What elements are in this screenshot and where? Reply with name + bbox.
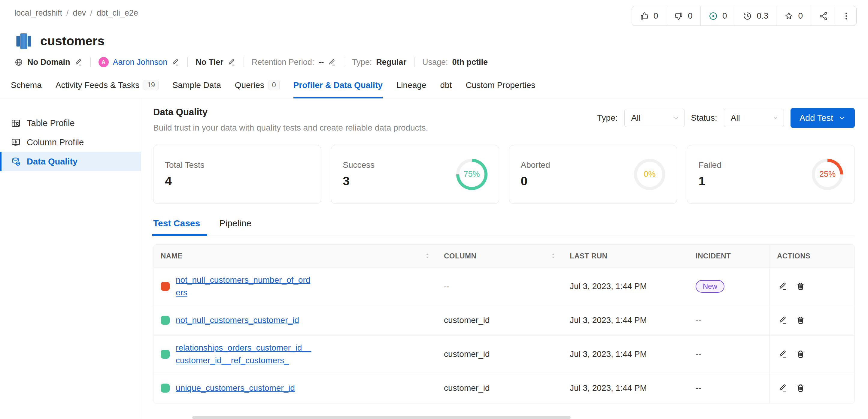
- delete-test-button[interactable]: [796, 383, 805, 393]
- sort-name-button[interactable]: [425, 253, 430, 259]
- queries-count-badge: 0: [269, 80, 280, 90]
- activity-count-badge: 19: [144, 80, 159, 90]
- edit-test-button[interactable]: [778, 349, 787, 359]
- kebab-menu-icon: [842, 11, 851, 21]
- test-case-link[interactable]: not_null_customers_customer_id: [176, 314, 299, 327]
- add-test-button[interactable]: Add Test: [790, 108, 855, 128]
- test-last-run: Jul 3, 2023, 1:44 PM: [562, 268, 688, 305]
- test-last-run: Jul 3, 2023, 1:44 PM: [562, 335, 688, 373]
- tab-custom-properties[interactable]: Custom Properties: [466, 76, 535, 98]
- success-donut-chart: 75%: [456, 159, 488, 190]
- edit-test-button[interactable]: [778, 282, 787, 291]
- donut-percent: 75%: [463, 169, 479, 179]
- edit-test-button[interactable]: [778, 383, 787, 393]
- breadcrumb-service[interactable]: local_redshift: [14, 8, 62, 18]
- downvote-count: 0: [688, 11, 692, 21]
- edit-domain-button[interactable]: [74, 58, 83, 66]
- type-group: Type: Regular: [352, 58, 406, 67]
- card-value: 4: [165, 174, 205, 188]
- edit-retention-button[interactable]: [328, 58, 336, 66]
- incident-status-badge[interactable]: New: [695, 280, 724, 293]
- tab-queries[interactable]: Queries 0: [235, 76, 280, 98]
- delete-test-button[interactable]: [796, 349, 805, 359]
- globe-icon: [14, 58, 23, 67]
- card-value: 1: [699, 174, 721, 188]
- star-button[interactable]: 0: [776, 6, 811, 26]
- tab-sample-data[interactable]: Sample Data: [173, 76, 221, 98]
- horizontal-scrollbar[interactable]: [192, 416, 571, 419]
- type-filter-select[interactable]: All: [624, 109, 684, 127]
- entity-header: local_redshift / dev / dbt_cli_e2e 0 0 0: [0, 0, 868, 67]
- sort-column-button[interactable]: [551, 253, 555, 259]
- page-title: customers: [40, 34, 104, 48]
- owner-group: A Aaron Johnson: [98, 57, 180, 67]
- usage-group: Usage: 0th pctile: [422, 58, 488, 67]
- sidebar-item-column-profile[interactable]: Column Profile: [0, 133, 141, 152]
- version-history-button[interactable]: 0.3: [735, 6, 776, 26]
- entity-tabs: Schema Activity Feeds & Tasks 19 Sample …: [0, 76, 868, 98]
- test-status-indicator: [161, 282, 170, 291]
- sidebar-item-data-quality[interactable]: Data Quality: [0, 152, 141, 171]
- domain-value: No Domain: [27, 58, 70, 67]
- owner-avatar[interactable]: A: [98, 57, 109, 67]
- owner-link[interactable]: Aaron Johnson: [113, 58, 167, 67]
- divider: [90, 57, 91, 67]
- divider: [244, 57, 244, 67]
- test-status-indicator: [161, 350, 170, 359]
- task-circle-icon: [709, 11, 718, 21]
- breadcrumb-database[interactable]: dev: [73, 8, 86, 18]
- tab-profiler-data-quality[interactable]: Profiler & Data Quality: [293, 76, 383, 98]
- test-column-value: customer_id: [437, 305, 562, 335]
- tab-dbt[interactable]: dbt: [440, 76, 452, 98]
- type-label: Type:: [352, 58, 372, 67]
- donut-percent: 25%: [819, 169, 836, 179]
- edit-test-button[interactable]: [778, 316, 787, 325]
- donut-percent: 0%: [644, 169, 655, 179]
- downvote-button[interactable]: 0: [666, 6, 701, 26]
- entity-meta-row: No Domain A Aaron Johnson No Tier Retent…: [14, 57, 857, 67]
- tab-test-cases[interactable]: Test Cases: [153, 218, 200, 236]
- breadcrumb-separator: /: [90, 8, 93, 18]
- domain-group: No Domain: [14, 58, 83, 67]
- breadcrumb-schema[interactable]: dbt_cli_e2e: [97, 8, 138, 18]
- upvote-button[interactable]: 0: [632, 6, 666, 26]
- test-case-link[interactable]: relationships_orders_customer_id__custom…: [176, 342, 314, 367]
- edit-tier-button[interactable]: [228, 58, 236, 66]
- test-case-link[interactable]: unique_customers_customer_id: [176, 382, 295, 394]
- more-options-button[interactable]: [836, 6, 856, 26]
- card-label: Success: [343, 160, 375, 170]
- usage-value: 0th pctile: [452, 58, 488, 67]
- test-last-run: Jul 3, 2023, 1:44 PM: [562, 373, 688, 403]
- upvote-count: 0: [654, 11, 658, 21]
- redshift-icon: [14, 32, 33, 51]
- star-icon: [784, 11, 794, 21]
- tab-schema[interactable]: Schema: [11, 76, 42, 98]
- failed-card: Failed 1 25%: [687, 145, 855, 204]
- status-filter-select[interactable]: All: [724, 109, 784, 127]
- delete-test-button[interactable]: [796, 316, 805, 325]
- column-header-column: COLUMN: [437, 245, 562, 267]
- tasks-button[interactable]: 0: [701, 6, 735, 26]
- type-filter-label: Type:: [597, 113, 618, 123]
- test-case-link[interactable]: not_null_customers_number_of_orders: [176, 274, 314, 299]
- test-last-run: Jul 3, 2023, 1:44 PM: [562, 305, 688, 335]
- table-row: unique_customers_customer_id customer_id…: [153, 373, 855, 403]
- edit-owner-button[interactable]: [172, 58, 180, 66]
- thumbs-down-icon: [674, 11, 683, 21]
- delete-test-button[interactable]: [796, 282, 805, 291]
- summary-cards: Total Tests 4 Success 3 75% Aborted: [153, 145, 855, 204]
- sidebar-item-table-profile[interactable]: Table Profile: [0, 114, 141, 133]
- tab-pipeline[interactable]: Pipeline: [219, 218, 251, 236]
- usage-label: Usage:: [422, 58, 448, 67]
- test-column-value: --: [437, 268, 562, 305]
- share-button[interactable]: [811, 6, 836, 26]
- tab-lineage[interactable]: Lineage: [397, 76, 427, 98]
- table-header: NAME COLUMN LAST RUN IN: [153, 245, 855, 267]
- card-value: 3: [343, 174, 375, 188]
- chevron-down-icon: [838, 114, 846, 122]
- tab-activity-feeds[interactable]: Activity Feeds & Tasks 19: [56, 76, 159, 98]
- retention-value: --: [318, 58, 324, 67]
- tier-group: No Tier: [195, 58, 236, 67]
- total-tests-card: Total Tests 4: [153, 145, 321, 204]
- aborted-donut-chart: 0%: [634, 159, 665, 190]
